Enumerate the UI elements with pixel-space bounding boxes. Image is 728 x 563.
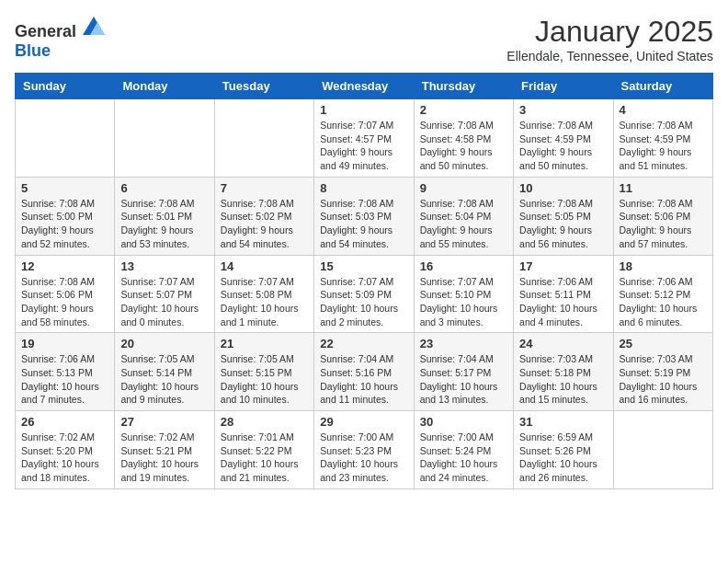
day-info: Sunrise: 7:00 AM Sunset: 5:24 PM Dayligh… (420, 431, 507, 485)
day-info: Sunrise: 7:02 AM Sunset: 5:20 PM Dayligh… (21, 431, 108, 485)
day-info: Sunrise: 7:08 AM Sunset: 4:59 PM Dayligh… (519, 119, 607, 173)
day-number: 17 (519, 259, 607, 273)
day-info: Sunrise: 7:07 AM Sunset: 4:57 PM Dayligh… (320, 119, 407, 173)
calendar-cell: 10Sunrise: 7:08 AM Sunset: 5:05 PM Dayli… (514, 177, 613, 255)
calendar-cell: 15Sunrise: 7:07 AM Sunset: 5:09 PM Dayli… (314, 255, 414, 333)
day-info: Sunrise: 7:08 AM Sunset: 5:02 PM Dayligh… (221, 197, 308, 251)
day-info: Sunrise: 7:03 AM Sunset: 5:18 PM Dayligh… (519, 352, 607, 407)
col-header-tuesday: Tuesday (214, 74, 313, 99)
day-info: Sunrise: 7:08 AM Sunset: 5:04 PM Dayligh… (420, 197, 507, 251)
day-number: 4 (620, 103, 707, 117)
calendar-table: SundayMondayTuesdayWednesdayThursdayFrid… (15, 73, 713, 489)
day-info: Sunrise: 6:59 AM Sunset: 5:26 PM Dayligh… (519, 431, 607, 485)
calendar-cell: 13Sunrise: 7:07 AM Sunset: 5:07 PM Dayli… (115, 255, 214, 333)
day-number: 12 (21, 259, 108, 273)
calendar-cell: 28Sunrise: 7:01 AM Sunset: 5:22 PM Dayli… (214, 411, 313, 489)
day-number: 10 (519, 181, 607, 195)
day-number: 20 (120, 337, 208, 350)
col-header-saturday: Saturday (613, 74, 712, 99)
day-info: Sunrise: 7:04 AM Sunset: 5:17 PM Dayligh… (420, 352, 507, 407)
day-number: 14 (221, 259, 308, 273)
day-info: Sunrise: 7:08 AM Sunset: 5:06 PM Dayligh… (21, 275, 108, 329)
title-block: January 2025 Ellendale, Tennessee, Unite… (506, 15, 713, 63)
day-number: 21 (221, 337, 308, 350)
calendar-cell: 18Sunrise: 7:06 AM Sunset: 5:12 PM Dayli… (613, 255, 712, 333)
calendar-cell: 7Sunrise: 7:08 AM Sunset: 5:02 PM Daylig… (214, 177, 313, 255)
day-info: Sunrise: 7:01 AM Sunset: 5:22 PM Dayligh… (221, 431, 308, 485)
calendar-week-row: 19Sunrise: 7:06 AM Sunset: 5:13 PM Dayli… (16, 333, 713, 411)
day-number: 29 (320, 415, 407, 429)
calendar-cell: 2Sunrise: 7:08 AM Sunset: 4:58 PM Daylig… (414, 99, 513, 178)
day-info: Sunrise: 7:06 AM Sunset: 5:13 PM Dayligh… (21, 352, 108, 407)
calendar-cell: 17Sunrise: 7:06 AM Sunset: 5:11 PM Dayli… (514, 255, 613, 333)
calendar-week-row: 26Sunrise: 7:02 AM Sunset: 5:20 PM Dayli… (16, 411, 713, 489)
day-info: Sunrise: 7:00 AM Sunset: 5:23 PM Dayligh… (320, 431, 407, 485)
day-info: Sunrise: 7:08 AM Sunset: 4:58 PM Dayligh… (420, 119, 507, 173)
day-number: 1 (320, 103, 407, 117)
calendar-week-row: 1Sunrise: 7:07 AM Sunset: 4:57 PM Daylig… (16, 99, 713, 178)
calendar-cell: 5Sunrise: 7:08 AM Sunset: 5:00 PM Daylig… (16, 177, 115, 255)
day-info: Sunrise: 7:06 AM Sunset: 5:12 PM Dayligh… (620, 275, 707, 329)
calendar-cell: 23Sunrise: 7:04 AM Sunset: 5:17 PM Dayli… (414, 333, 513, 411)
day-info: Sunrise: 7:08 AM Sunset: 5:05 PM Dayligh… (519, 197, 607, 251)
day-info: Sunrise: 7:04 AM Sunset: 5:16 PM Dayligh… (320, 352, 407, 407)
logo: General Blue (15, 15, 105, 61)
day-info: Sunrise: 7:02 AM Sunset: 5:21 PM Dayligh… (120, 431, 208, 485)
day-number: 27 (120, 415, 208, 429)
calendar-week-row: 12Sunrise: 7:08 AM Sunset: 5:06 PM Dayli… (16, 255, 713, 333)
day-info: Sunrise: 7:07 AM Sunset: 5:09 PM Dayligh… (320, 275, 407, 329)
day-number: 30 (420, 415, 507, 429)
day-number: 22 (320, 337, 407, 350)
day-number: 13 (120, 259, 208, 273)
day-number: 2 (420, 103, 507, 117)
day-info: Sunrise: 7:08 AM Sunset: 5:06 PM Dayligh… (620, 197, 707, 251)
day-number: 6 (120, 181, 208, 195)
day-info: Sunrise: 7:07 AM Sunset: 5:10 PM Dayligh… (420, 275, 507, 329)
calendar-cell: 1Sunrise: 7:07 AM Sunset: 4:57 PM Daylig… (314, 99, 414, 178)
day-info: Sunrise: 7:07 AM Sunset: 5:08 PM Dayligh… (221, 275, 308, 329)
calendar-cell: 21Sunrise: 7:05 AM Sunset: 5:15 PM Dayli… (214, 333, 313, 411)
day-number: 3 (519, 103, 607, 117)
day-number: 25 (620, 337, 707, 350)
day-number: 31 (519, 415, 607, 429)
col-header-thursday: Thursday (414, 74, 513, 99)
calendar-cell: 30Sunrise: 7:00 AM Sunset: 5:24 PM Dayli… (414, 411, 513, 489)
calendar-cell: 31Sunrise: 6:59 AM Sunset: 5:26 PM Dayli… (514, 411, 613, 489)
day-number: 8 (320, 181, 407, 195)
calendar-cell: 4Sunrise: 7:08 AM Sunset: 4:59 PM Daylig… (613, 99, 712, 178)
logo-blue: Blue (15, 41, 51, 60)
day-info: Sunrise: 7:03 AM Sunset: 5:19 PM Dayligh… (620, 352, 707, 407)
calendar-cell: 11Sunrise: 7:08 AM Sunset: 5:06 PM Dayli… (613, 177, 712, 255)
day-number: 28 (221, 415, 308, 429)
calendar-cell (16, 99, 115, 178)
day-info: Sunrise: 7:06 AM Sunset: 5:11 PM Dayligh… (519, 275, 607, 329)
day-info: Sunrise: 7:05 AM Sunset: 5:14 PM Dayligh… (120, 352, 208, 407)
calendar-subtitle: Ellendale, Tennessee, United States (506, 49, 713, 63)
day-info: Sunrise: 7:08 AM Sunset: 4:59 PM Dayligh… (620, 119, 707, 173)
calendar-cell: 9Sunrise: 7:08 AM Sunset: 5:04 PM Daylig… (414, 177, 513, 255)
day-number: 26 (21, 415, 108, 429)
calendar-cell (214, 99, 313, 178)
logo-icon (83, 15, 105, 37)
day-info: Sunrise: 7:08 AM Sunset: 5:00 PM Dayligh… (21, 197, 108, 251)
logo-content: General Blue (15, 15, 105, 61)
day-number: 7 (221, 181, 308, 195)
calendar-cell: 25Sunrise: 7:03 AM Sunset: 5:19 PM Dayli… (613, 333, 712, 411)
calendar-cell: 14Sunrise: 7:07 AM Sunset: 5:08 PM Dayli… (214, 255, 313, 333)
day-number: 9 (420, 181, 507, 195)
day-number: 23 (420, 337, 507, 350)
calendar-cell: 16Sunrise: 7:07 AM Sunset: 5:10 PM Dayli… (414, 255, 513, 333)
day-number: 18 (620, 259, 707, 273)
calendar-cell: 22Sunrise: 7:04 AM Sunset: 5:16 PM Dayli… (314, 333, 414, 411)
calendar-cell (613, 411, 712, 489)
calendar-cell: 26Sunrise: 7:02 AM Sunset: 5:20 PM Dayli… (16, 411, 115, 489)
col-header-friday: Friday (514, 74, 613, 99)
day-number: 19 (21, 337, 108, 350)
calendar-cell: 20Sunrise: 7:05 AM Sunset: 5:14 PM Dayli… (115, 333, 214, 411)
calendar-cell: 3Sunrise: 7:08 AM Sunset: 4:59 PM Daylig… (514, 99, 613, 178)
col-header-wednesday: Wednesday (314, 74, 414, 99)
day-info: Sunrise: 7:07 AM Sunset: 5:07 PM Dayligh… (120, 275, 208, 329)
day-number: 24 (519, 337, 607, 350)
calendar-cell: 6Sunrise: 7:08 AM Sunset: 5:01 PM Daylig… (115, 177, 214, 255)
day-info: Sunrise: 7:08 AM Sunset: 5:01 PM Dayligh… (120, 197, 208, 251)
